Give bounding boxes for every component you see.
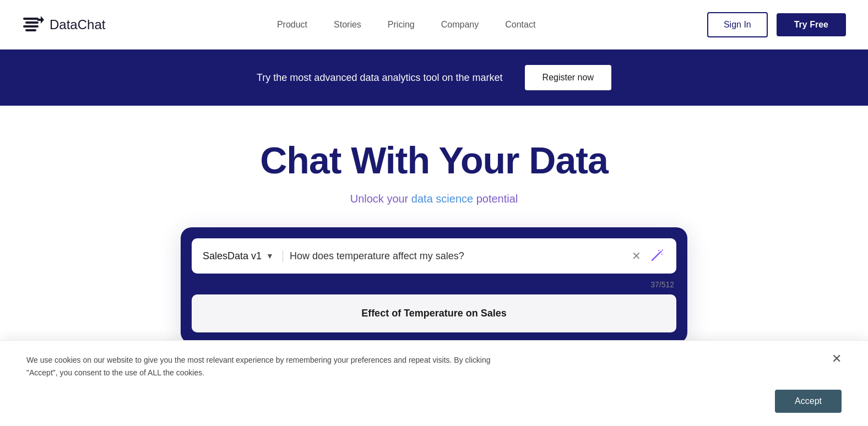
result-title: Effect of Temperature on Sales: [205, 308, 663, 319]
banner-text: Try the most advanced data analytics too…: [257, 72, 503, 84]
magic-wand-icon[interactable]: [648, 247, 665, 265]
try-free-button[interactable]: Try Free: [777, 13, 846, 36]
nav-company[interactable]: Company: [441, 20, 479, 30]
svg-rect-2: [23, 25, 39, 28]
hero-section: Chat With Your Data Unlock your data sci…: [0, 106, 868, 343]
brand-name: DataChat: [50, 17, 105, 32]
dataset-label: SalesData v1: [203, 250, 262, 262]
chat-input-row: SalesData v1 ▼ ✕: [192, 238, 676, 274]
hero-title: Chat With Your Data: [260, 139, 607, 182]
nav-stories[interactable]: Stories: [334, 20, 361, 30]
svg-rect-0: [23, 18, 39, 20]
logo-container: DataChat: [22, 13, 105, 36]
chevron-down-icon: ▼: [266, 252, 274, 260]
cookie-banner: ✕ We use cookies on our website to give …: [0, 340, 868, 343]
svg-point-5: [660, 251, 662, 253]
register-now-button[interactable]: Register now: [525, 65, 611, 90]
sign-in-button[interactable]: Sign In: [707, 12, 768, 37]
nav-product[interactable]: Product: [277, 20, 307, 30]
promo-banner: Try the most advanced data analytics too…: [0, 50, 868, 106]
char-count: 37/512: [192, 280, 676, 289]
chat-result-panel: Effect of Temperature on Sales: [192, 294, 676, 332]
nav-contact[interactable]: Contact: [505, 20, 535, 30]
dataset-selector[interactable]: SalesData v1 ▼: [203, 250, 283, 262]
navbar: DataChat Product Stories Pricing Company…: [0, 0, 868, 50]
hero-subtitle: Unlock your data science potential: [350, 193, 518, 205]
nav-actions: Sign In Try Free: [707, 12, 846, 37]
svg-rect-1: [25, 21, 39, 24]
clear-icon[interactable]: ✕: [632, 249, 641, 263]
svg-rect-3: [25, 29, 36, 31]
chat-widget: SalesData v1 ▼ ✕ 37/512 Effect o: [181, 227, 687, 343]
svg-line-4: [652, 253, 660, 260]
chat-query-input[interactable]: [290, 250, 625, 262]
svg-point-8: [661, 254, 663, 255]
nav-pricing[interactable]: Pricing: [388, 20, 415, 30]
nav-links: Product Stories Pricing Company Contact: [277, 20, 535, 30]
datachat-logo-icon: [22, 13, 45, 36]
